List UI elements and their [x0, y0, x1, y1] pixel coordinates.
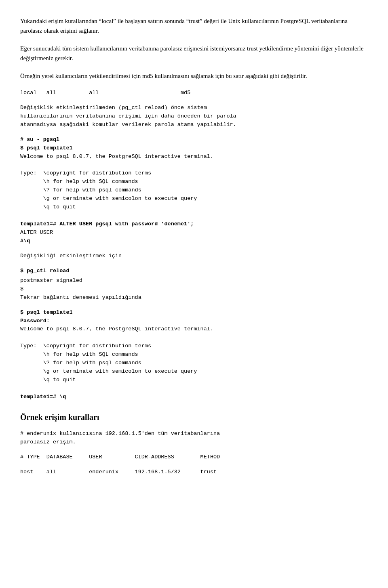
desc2-block: Değişikliği etkinleştirmek için $ pg_ctl…: [20, 252, 368, 302]
su-command: # su - pgsql: [20, 136, 59, 143]
example-desc: # enderunix kullanıcısına 192.168.1.5'de…: [20, 430, 368, 447]
pg-ctl-reload-cmd: $ pg_ctl reload: [20, 267, 368, 275]
alter-user-result: ALTER USER: [20, 229, 53, 235]
welcome-text-1: Welcome to psql 8.0.7, the PostgreSQL in…: [20, 153, 213, 160]
type-help-1: Type: \copyright for distribution terms …: [20, 170, 197, 210]
desc2-prefix-text: Değişikliği etkinleştirmek için: [20, 252, 368, 260]
welcome-text-2: Welcome to psql 8.0.7, the PostgreSQL in…: [20, 326, 213, 332]
table-row: host all enderunix 192.168.1.5/32 trust: [20, 468, 368, 477]
session2-commands: $ psql template1 Password: Welcome to ps…: [20, 309, 368, 401]
table-header: # TYPE DATABASE USER CIDR-ADDRESS METHOD: [20, 453, 368, 462]
session1-commands: # su - pgsql $ psql template1 Welcome to…: [20, 136, 368, 246]
quit-cmd-2: template1=# \q: [20, 394, 66, 400]
psql-template1-cmd: $ psql template1: [20, 309, 73, 315]
code-local-md5: local all all md5: [20, 89, 368, 97]
section-title: Örnek erişim kuralları: [20, 411, 368, 423]
quit-cmd-1: #\q: [20, 238, 30, 244]
session2-block: $ psql template1 Password: Welcome to ps…: [20, 309, 368, 401]
desc2-rest-text: postmaster signaled $ Tekrar bağlantı de…: [20, 277, 368, 302]
type-help-2: Type: \copyright for distribution terms …: [20, 343, 197, 383]
desc-before-reload: Değişiklik etkinleştirilmeden (pg_ctl re…: [20, 104, 368, 129]
intro-para3: Örneğin yerel kullanıcıların yetkilendir…: [20, 71, 368, 81]
session1-block: # su - pgsql $ psql template1 Welcome to…: [20, 136, 368, 246]
psql-command: $ psql template1: [20, 145, 73, 151]
intro-para1: Yukarıdaki erişim kurallarından “local” …: [20, 16, 368, 36]
password-prompt: Password:: [20, 318, 50, 324]
intro-para2: Eğer sunucudaki tüm sistem kullanıcıları…: [20, 44, 368, 63]
alter-user-cmd: template1=# ALTER USER pgsql with passwo…: [20, 221, 194, 227]
